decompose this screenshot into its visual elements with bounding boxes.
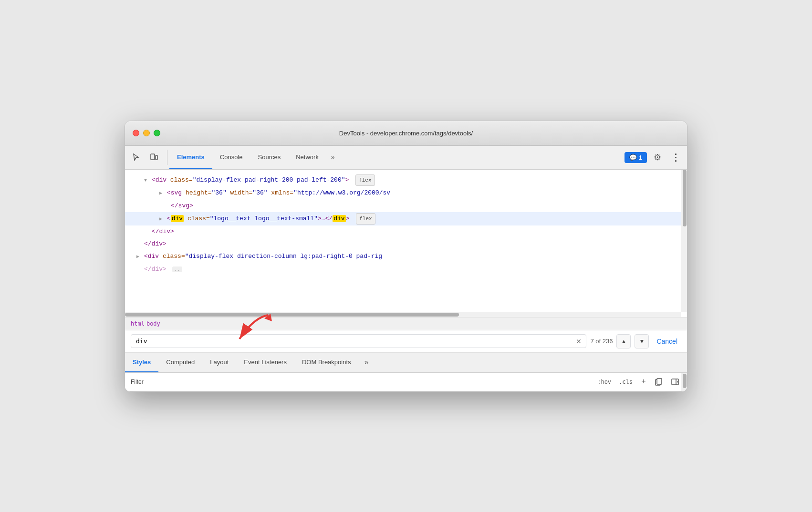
more-options-button[interactable]: ⋮ [668,150,683,165]
code-line[interactable]: </div> .. [125,263,687,276]
add-style-rule-button[interactable]: + [638,376,649,387]
notification-button[interactable]: 💬 1 [625,152,647,163]
close-button[interactable] [133,130,139,136]
filter-label: Filter [131,379,144,385]
breadcrumb-body[interactable]: body [146,320,160,327]
search-clear-button[interactable]: ✕ [576,338,582,345]
collapse-icon: ▶ [159,214,162,225]
bottom-tab-list: Styles Computed Layout Event Listeners D… [125,353,687,373]
code-line-highlighted[interactable]: ▶ <div class="logo__text logo__text-smal… [125,212,687,225]
tab-dom-breakpoints[interactable]: DOM Breakpoints [294,353,359,372]
tab-styles[interactable]: Styles [125,353,158,372]
window-title: DevTools - developer.chrome.com/tags/dev… [339,130,473,137]
svg-rect-4 [657,379,662,384]
devtools-toolbar: Elements Console Sources Network » 💬 1 ⚙ [125,146,687,170]
device-toolbar-button[interactable] [146,150,161,165]
toggle-sidebar-button[interactable] [669,376,681,388]
flex-badge-2[interactable]: flex [356,213,375,225]
expand-icon: ▶ [136,252,139,262]
svg-rect-0 [151,154,155,160]
collapse-icon: ▶ [159,188,162,199]
horizontal-scrollbar-thumb[interactable] [125,313,459,317]
code-line[interactable]: ▶ <svg height="36" width="36" xmlns="htt… [125,187,687,200]
code-line[interactable]: ▼ <div class="display-flex pad-right-200… [125,174,687,187]
breadcrumb-html[interactable]: html [131,320,145,327]
tab-network[interactable]: Network [288,146,326,169]
tab-computed[interactable]: Computed [158,353,202,372]
more-tabs-button[interactable]: » [326,146,339,169]
search-bar: ✕ 7 of 236 ▲ ▼ Cancel [125,330,687,353]
titlebar: DevTools - developer.chrome.com/tags/dev… [125,121,687,146]
devtools-window: DevTools - developer.chrome.com/tags/dev… [125,121,687,392]
vertical-scrollbar-thumb[interactable] [683,170,687,227]
code-line[interactable]: </div> [125,225,687,238]
search-input-wrapper: ✕ [131,334,586,348]
search-next-button[interactable]: ▼ [635,334,649,348]
flex-badge[interactable]: flex [355,174,375,186]
copy-styles-icon [655,378,663,386]
code-line[interactable]: </div> [125,238,687,250]
force-element-state-button[interactable] [653,376,665,388]
more-bottom-tabs-button[interactable]: » [359,353,375,372]
bottom-panel: Styles Computed Layout Event Listeners D… [125,353,687,391]
maximize-button[interactable] [154,130,160,136]
element-state-button[interactable]: :hov [595,378,613,386]
code-content: ▼ <div class="display-flex pad-right-200… [125,170,687,280]
dom-tree-panel: ▼ <div class="display-flex pad-right-200… [125,170,687,317]
search-input[interactable] [131,334,586,348]
tab-elements[interactable]: Elements [169,146,212,169]
breadcrumb-bar: html body [125,317,687,330]
inspect-element-button[interactable] [129,150,144,165]
settings-button[interactable]: ⚙ [650,150,665,165]
breadcrumb-section: html body [125,317,687,330]
styles-scrollbar-thumb[interactable] [683,374,687,388]
code-line[interactable]: ▶ <div class="display-flex direction-col… [125,250,687,263]
tab-sources[interactable]: Sources [250,146,289,169]
styles-filter-bar: Filter :hov .cls + [125,373,687,391]
vertical-scrollbar[interactable] [681,170,687,312]
sidebar-toggle-icon [671,378,679,386]
svg-rect-1 [156,155,157,160]
window-controls [133,130,160,136]
highlighted-tag: div [171,215,184,222]
tab-console[interactable]: Console [212,146,250,169]
minimize-button[interactable] [143,130,150,136]
search-previous-button[interactable]: ▲ [616,334,631,348]
code-line[interactable]: </svg> [125,200,687,212]
search-cancel-button[interactable]: Cancel [653,336,681,347]
chat-icon: 💬 [629,154,637,161]
styles-scrollbar[interactable] [681,373,687,391]
expand-icon: ▼ [144,175,147,186]
toolbar-icon-group [129,150,167,165]
tab-layout[interactable]: Layout [202,353,236,372]
highlighted-closing-tag: div [333,215,345,222]
element-classes-button[interactable]: .cls [617,378,635,386]
tab-event-listeners[interactable]: Event Listeners [236,353,294,372]
svg-marker-7 [677,381,678,383]
styles-actions: :hov .cls + [595,376,681,388]
search-count: 7 of 236 [590,338,613,345]
device-icon [149,153,158,162]
horizontal-scrollbar[interactable] [125,312,681,317]
main-tab-list: Elements Console Sources Network » [169,146,625,169]
toolbar-right-actions: 💬 1 ⚙ ⋮ [625,150,683,165]
cursor-icon [132,153,141,162]
